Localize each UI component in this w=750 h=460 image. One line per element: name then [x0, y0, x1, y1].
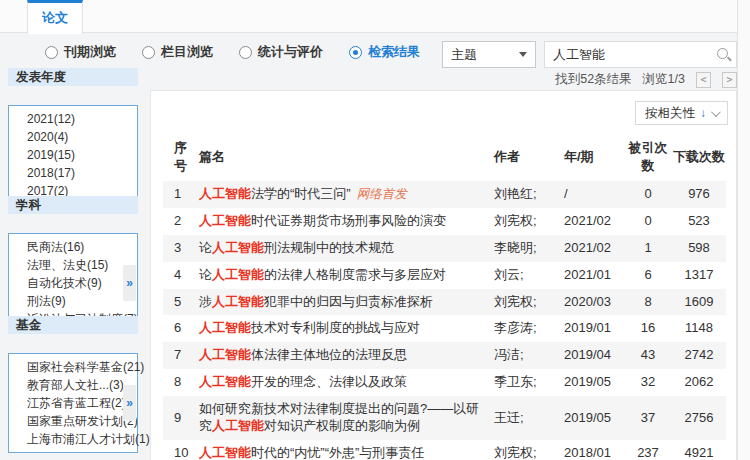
section-title: 学科	[8, 196, 138, 214]
results-count: 找到52条结果	[555, 71, 631, 88]
tab-papers[interactable]: 论文	[27, 0, 83, 34]
result-row: 5涉人工智能犯罪中的归因与归责标准探析刘宪权;2020/0381609	[163, 289, 726, 316]
select-label: 主题	[451, 46, 477, 64]
filter-item[interactable]: 法理、法史(15)	[9, 256, 137, 274]
radio-circle-icon	[239, 46, 252, 59]
result-row: 8人工智能开发的理念、法律以及政策季卫东;2019/05322062	[163, 369, 726, 396]
keyword-highlight: 人工智能	[199, 186, 251, 201]
keyword-highlight: 人工智能	[199, 374, 251, 389]
column-header: 篇名	[199, 133, 494, 181]
author-cell: 冯洁;	[494, 342, 564, 369]
filter-item[interactable]: 刑法(9)	[9, 292, 137, 310]
title-text: 论	[199, 267, 212, 282]
result-row: 10人工智能时代的“内忧”“外患”与刑事责任刘宪权;2018/012374921	[163, 440, 726, 460]
results-info-bar: 找到52条结果 浏览1/3 < >	[555, 71, 737, 88]
title-text: 技术对专利制度的挑战与应对	[251, 320, 420, 335]
paper-title-link[interactable]: 人工智能法学的“时代三问”	[199, 186, 351, 201]
search-input[interactable]	[545, 42, 705, 67]
filter-item[interactable]: 教育部人文社...(3)	[9, 376, 137, 394]
result-row: 6人工智能技术对专利制度的挑战与应对李彦涛;2019/01161148	[163, 315, 726, 342]
title-cell: 如何研究新技术对法律制度提出的问题?——以研究人工智能对知识产权制度的影响为例	[199, 396, 494, 440]
filter-item[interactable]: 自动化技术(9)	[9, 274, 137, 292]
filter-list: 民商法(16)法理、法史(15)自动化技术(9)刑法(9)诉讼法与司法制度(7)	[9, 238, 137, 328]
search-icon[interactable]	[717, 48, 728, 59]
filter-item[interactable]: 国家社会科学基金(21)	[9, 358, 137, 376]
main-panel: 按相关性 ↓ 序号篇名作者年/期被引次数下载次数 1人工智能法学的“时代三问”网…	[150, 90, 737, 460]
radio-option[interactable]: 刊期浏览	[45, 43, 116, 61]
column-header: 作者	[494, 133, 564, 181]
table-header-row: 序号篇名作者年/期被引次数下载次数	[163, 133, 726, 181]
download-count-cell: 523	[672, 208, 726, 235]
result-row: 3论人工智能刑法规制中的技术规范李晓明;2021/021598	[163, 235, 726, 262]
title-text: 涉	[199, 294, 212, 309]
filter-item[interactable]: 国家重点研发计划(2)	[9, 412, 137, 430]
row-number: 3	[163, 235, 199, 262]
scrollbar-track[interactable]	[737, 0, 750, 460]
result-row: 7人工智能体法律主体地位的法理反思冯洁;2019/04432742	[163, 342, 726, 369]
download-count-cell: 2756	[672, 396, 726, 440]
title-text: 时代的“内忧”“外患”与刑事责任	[251, 445, 424, 460]
title-text: 对知识产权制度的影响为例	[264, 418, 420, 433]
paper-title-link[interactable]: 人工智能体法律主体地位的法理反思	[199, 347, 407, 362]
chevron-down-icon	[519, 52, 527, 57]
paper-title-link[interactable]: 论人工智能刑法规制中的技术规范	[199, 240, 394, 255]
sort-button[interactable]: 按相关性 ↓	[635, 101, 728, 125]
year-cell: 2021/02	[564, 208, 624, 235]
title-text: 刑法规制中的技术规范	[264, 240, 394, 255]
filter-item[interactable]: 江苏省青蓝工程(2)	[9, 394, 137, 412]
filter-section-subject: 学科 民商法(16)法理、法史(15)自动化技术(9)刑法(9)诉讼法与司法制度…	[8, 196, 138, 333]
keyword-highlight: 人工智能	[212, 267, 264, 282]
paper-title-link[interactable]: 如何研究新技术对法律制度提出的问题?——以研究人工智能对知识产权制度的影响为例	[199, 401, 479, 433]
filter-item[interactable]: 上海市浦江人才计划(1)	[9, 430, 137, 448]
paper-title-link[interactable]: 人工智能时代的“内忧”“外患”与刑事责任	[199, 445, 424, 460]
prev-page-button[interactable]: <	[696, 72, 711, 88]
cited-count-cell: 0	[624, 181, 672, 208]
next-page-button[interactable]: >	[722, 72, 737, 88]
paper-title-link[interactable]: 人工智能技术对专利制度的挑战与应对	[199, 320, 420, 335]
keyword-highlight: 人工智能	[199, 445, 251, 460]
download-count-cell: 1148	[672, 315, 726, 342]
row-number: 4	[163, 262, 199, 289]
paper-title-link[interactable]: 人工智能时代证券期货市场刑事风险的演变	[199, 213, 446, 228]
filter-item[interactable]: 2019(15)	[9, 146, 137, 164]
expand-more-icon: »	[126, 396, 133, 410]
result-row: 2人工智能时代证券期货市场刑事风险的演变刘宪权;2021/020523	[163, 208, 726, 235]
filter-list-box: 国家社会科学基金(21)教育部人文社...(3)江苏省青蓝工程(2)国家重点研发…	[8, 353, 138, 453]
filter-item[interactable]: 2018(17)	[9, 164, 137, 182]
title-text: 犯罪中的归因与归责标准探析	[264, 294, 433, 309]
filter-list-box: 2021(12)2020(4)2019(15)2018(17)2017(2)	[8, 105, 138, 205]
paper-title-link[interactable]: 论人工智能的法律人格制度需求与多层应对	[199, 267, 446, 282]
results-table-body: 1人工智能法学的“时代三问”网络首发刘艳红;/09762人工智能时代证券期货市场…	[163, 181, 726, 460]
author-cell: 季卫东;	[494, 369, 564, 396]
cited-count-cell: 16	[624, 315, 672, 342]
cited-count-cell: 32	[624, 369, 672, 396]
cited-count-cell: 0	[624, 208, 672, 235]
filter-item[interactable]: 2020(4)	[9, 128, 137, 146]
paper-title-link[interactable]: 涉人工智能犯罪中的归因与归责标准探析	[199, 294, 433, 309]
radio-option[interactable]: 栏目浏览	[142, 43, 213, 61]
app-window: 论文 刊期浏览栏目浏览统计与评价检索结果 主题 找到52条结果 浏览1/3 < …	[0, 0, 750, 460]
paper-title-link[interactable]: 人工智能开发的理念、法律以及政策	[199, 374, 407, 389]
search-field-select[interactable]: 主题	[442, 41, 536, 68]
radio-option[interactable]: 统计与评价	[239, 43, 323, 61]
search-box	[544, 41, 737, 68]
title-text: 的法律人格制度需求与多层应对	[264, 267, 446, 282]
section-title: 基金	[8, 316, 138, 334]
keyword-highlight: 人工智能	[199, 213, 251, 228]
radio-option[interactable]: 检索结果	[349, 43, 420, 61]
radio-label: 检索结果	[368, 43, 420, 61]
filter-item[interactable]: 2021(12)	[9, 110, 137, 128]
year-cell: 2019/05	[564, 369, 624, 396]
author-cell: 刘艳红;	[494, 181, 564, 208]
expand-handle[interactable]: »	[123, 265, 136, 301]
author-cell: 刘云;	[494, 262, 564, 289]
filter-item[interactable]: 民商法(16)	[9, 238, 137, 256]
keyword-highlight: 人工智能	[199, 347, 251, 362]
result-row: 4论人工智能的法律人格制度需求与多层应对刘云;2021/0161317	[163, 262, 726, 289]
expand-handle[interactable]: »	[123, 385, 136, 421]
page-indicator: 浏览1/3	[643, 71, 685, 88]
year-cell: 2019/04	[564, 342, 624, 369]
row-number: 7	[163, 342, 199, 369]
sort-direction-icon: ↓	[700, 106, 706, 120]
title-cell: 人工智能开发的理念、法律以及政策	[199, 369, 494, 396]
